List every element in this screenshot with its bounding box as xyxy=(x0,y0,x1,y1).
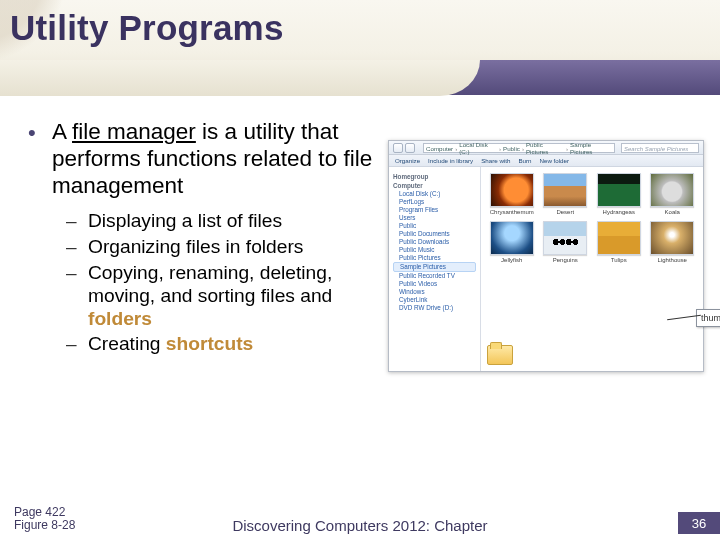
figure-sidebar: Homegroup Computer Local Disk (C:) PerfL… xyxy=(389,167,481,371)
nav-forward-icon[interactable] xyxy=(405,143,415,153)
toolbar-item[interactable]: Organize xyxy=(395,157,420,164)
thumbnail-image-icon xyxy=(543,173,587,207)
breadcrumb-seg[interactable]: Sample Pictures xyxy=(570,141,612,155)
thumbnail-item[interactable]: Desert xyxy=(541,173,591,215)
thumbnail-item[interactable]: Tulips xyxy=(594,221,644,263)
sub-bullet-4-accent: shortcuts xyxy=(166,333,253,354)
sub-bullet: – Displaying a list of files xyxy=(66,209,378,233)
sub-bullet: – Copying, renaming, deleting, moving, a… xyxy=(66,261,378,330)
main-bullet-term: file manager xyxy=(72,119,196,144)
thumbnail-item[interactable]: Jellyfish xyxy=(487,221,537,263)
figure-titlebar: Computer› Local Disk (C:)› Public› Publi… xyxy=(389,141,703,155)
header-band: Utility Programs xyxy=(0,0,720,95)
thumbnail-image-icon xyxy=(650,221,694,255)
main-bullet-text: A file manager is a utility that perform… xyxy=(52,118,378,199)
bullet-dot-icon: • xyxy=(28,118,42,199)
footer-center: Discovering Computers 2012: Chapter xyxy=(0,517,720,534)
sidebar-header[interactable]: Computer xyxy=(393,182,476,189)
thumbnail-caption: Tulips xyxy=(611,257,627,263)
sub-bullet: – Organizing files in folders xyxy=(66,235,378,259)
main-bullet-prefix: A xyxy=(52,119,72,144)
toolbar-item[interactable]: Burn xyxy=(518,157,531,164)
figure-file-manager: Computer› Local Disk (C:)› Public› Publi… xyxy=(388,140,704,372)
thumbnail-caption: Hydrangeas xyxy=(603,209,635,215)
thumbnail-caption: Chrysanthemum xyxy=(490,209,534,215)
sub-bullet-text: Displaying a list of files xyxy=(88,209,282,233)
thumbnail-item[interactable]: Koala xyxy=(648,173,698,215)
dash-icon: – xyxy=(66,209,80,233)
toolbar-item[interactable]: New folder xyxy=(539,157,569,164)
sidebar-item[interactable]: Public Recorded TV xyxy=(393,272,476,280)
figure-breadcrumb[interactable]: Computer› Local Disk (C:)› Public› Publi… xyxy=(423,143,615,153)
breadcrumb-seg[interactable]: Public xyxy=(503,145,520,152)
thumbnail-caption: Lighthouse xyxy=(658,257,687,263)
thumbnail-image-icon xyxy=(490,173,534,207)
dash-icon: – xyxy=(66,332,80,356)
thumbnail-caption: Desert xyxy=(556,209,574,215)
dash-icon: – xyxy=(66,261,80,330)
sidebar-item[interactable]: Users xyxy=(393,214,476,222)
folder-icon[interactable] xyxy=(487,345,513,365)
thumbnail-item[interactable]: Chrysanthemum xyxy=(487,173,537,215)
chevron-right-icon: › xyxy=(455,145,457,152)
sidebar-item[interactable]: DVD RW Drive (D:) xyxy=(393,304,476,312)
thumbnail-image-icon xyxy=(543,221,587,255)
thumbnail-caption: Penguins xyxy=(553,257,578,263)
thumbnail-grid: Chrysanthemum Desert Hydrangeas Koala Je… xyxy=(487,173,697,263)
sidebar-item[interactable]: Public Pictures xyxy=(393,254,476,262)
breadcrumb-seg[interactable]: Local Disk (C:) xyxy=(459,141,497,155)
sidebar-item[interactable]: Public Videos xyxy=(393,280,476,288)
sidebar-item[interactable]: Public Downloads xyxy=(393,238,476,246)
nav-back-icon[interactable] xyxy=(393,143,403,153)
slide-number: 36 xyxy=(678,512,720,534)
thumbnail-caption: Jellyfish xyxy=(501,257,522,263)
figure-nav-buttons[interactable] xyxy=(393,143,415,153)
chevron-right-icon: › xyxy=(499,145,501,152)
thumbnail-image-icon xyxy=(597,221,641,255)
sidebar-item[interactable]: Windows xyxy=(393,288,476,296)
chevron-right-icon: › xyxy=(522,145,524,152)
sub-bullet-list: – Displaying a list of files – Organizin… xyxy=(66,209,378,356)
figure-toolbar: Organize Include in library Share with B… xyxy=(389,155,703,167)
sidebar-item[interactable]: PerfLogs xyxy=(393,198,476,206)
sidebar-header[interactable]: Homegroup xyxy=(393,173,476,180)
sidebar-item-selected[interactable]: Sample Pictures xyxy=(393,262,476,272)
content-area: • A file manager is a utility that perfo… xyxy=(28,118,378,358)
sub-bullet-text: Creating shortcuts xyxy=(88,332,253,356)
main-bullet: • A file manager is a utility that perfo… xyxy=(28,118,378,199)
sidebar-item[interactable]: Program Files xyxy=(393,206,476,214)
dash-icon: – xyxy=(66,235,80,259)
slide-title: Utility Programs xyxy=(10,8,284,48)
thumbnail-image-icon xyxy=(650,173,694,207)
figure-body: Homegroup Computer Local Disk (C:) PerfL… xyxy=(389,167,703,371)
sub-bullet-text: Copying, renaming, deleting, moving, and… xyxy=(88,261,378,330)
chevron-right-icon: › xyxy=(566,145,568,152)
sidebar-item[interactable]: Public Music xyxy=(393,246,476,254)
figure-callout: thumbnail xyxy=(696,309,720,327)
sidebar-item[interactable]: Public xyxy=(393,222,476,230)
sub-bullet-3-accent: folders xyxy=(88,308,152,329)
figure-main-pane: Chrysanthemum Desert Hydrangeas Koala Je… xyxy=(481,167,703,371)
sub-bullet-3-part1: Copying, renaming, deleting, moving, and… xyxy=(88,262,332,306)
thumbnail-image-icon xyxy=(490,221,534,255)
sub-bullet: – Creating shortcuts xyxy=(66,332,378,356)
thumbnail-item[interactable]: Penguins xyxy=(541,221,591,263)
figure-search-input[interactable]: Search Sample Pictures xyxy=(621,143,699,153)
sub-bullet-text: Organizing files in folders xyxy=(88,235,303,259)
thumbnail-image-icon xyxy=(597,173,641,207)
header-overhang xyxy=(0,60,480,96)
thumbnail-item[interactable]: Hydrangeas xyxy=(594,173,644,215)
breadcrumb-seg[interactable]: Public Pictures xyxy=(526,141,564,155)
sub-bullet-4-part1: Creating xyxy=(88,333,166,354)
thumbnail-item[interactable]: Lighthouse xyxy=(648,221,698,263)
sidebar-item[interactable]: CyberLink xyxy=(393,296,476,304)
toolbar-item[interactable]: Share with xyxy=(481,157,510,164)
breadcrumb-seg[interactable]: Computer xyxy=(426,145,453,152)
sidebar-item[interactable]: Public Documents xyxy=(393,230,476,238)
sidebar-item[interactable]: Local Disk (C:) xyxy=(393,190,476,198)
thumbnail-caption: Koala xyxy=(665,209,680,215)
callout-label: thumbnail xyxy=(696,309,720,327)
toolbar-item[interactable]: Include in library xyxy=(428,157,473,164)
